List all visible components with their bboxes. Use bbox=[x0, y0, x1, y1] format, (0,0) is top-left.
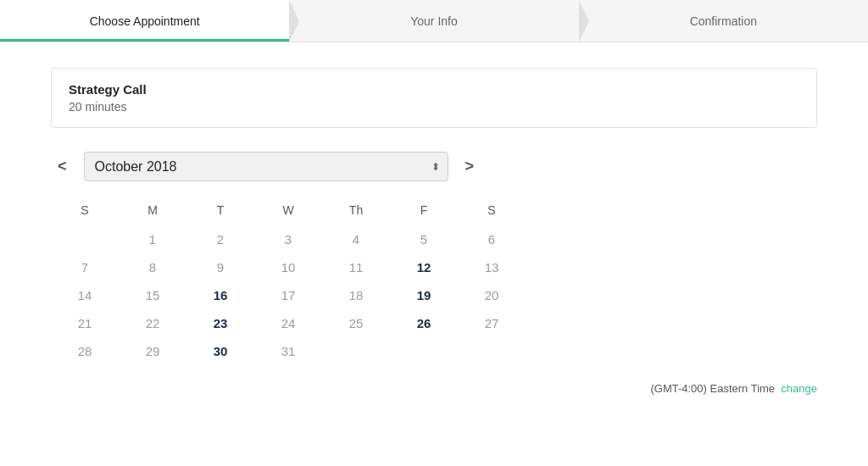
calendar-day: 18 bbox=[322, 281, 390, 309]
calendar-day: 2 bbox=[186, 225, 254, 253]
calendar-day: 29 bbox=[119, 337, 186, 365]
calendar-header-row: SMTWThFS bbox=[51, 198, 526, 225]
calendar-week-1: 78910111213 bbox=[51, 253, 526, 281]
calendar-day: 25 bbox=[322, 309, 390, 337]
calendar-day: 9 bbox=[186, 253, 254, 281]
day-header-s: S bbox=[51, 198, 119, 225]
calendar-day: 27 bbox=[458, 309, 526, 337]
calendar-day: 7 bbox=[51, 253, 119, 281]
month-select[interactable]: October 2018 November 2018 September 201… bbox=[84, 152, 448, 181]
calendar-day[interactable]: 23 bbox=[186, 309, 254, 337]
day-header-f: F bbox=[390, 198, 458, 225]
calendar-day: 8 bbox=[119, 253, 186, 281]
next-month-button[interactable]: > bbox=[459, 154, 481, 179]
day-header-w: W bbox=[254, 198, 322, 225]
calendar-day: 5 bbox=[390, 225, 458, 253]
calendar-day bbox=[51, 225, 119, 253]
timezone-label: (GMT-4:00) Eastern Time bbox=[650, 382, 775, 395]
day-header-t: T bbox=[186, 198, 254, 225]
calendar-day: 28 bbox=[51, 337, 119, 365]
calendar-week-0: 123456 bbox=[51, 225, 526, 253]
calendar-week-2: 14151617181920 bbox=[51, 281, 526, 309]
step-confirm-label: Confirmation bbox=[690, 14, 757, 28]
calendar-day: 24 bbox=[254, 309, 322, 337]
calendar-day: 31 bbox=[254, 337, 322, 365]
calendar-day: 14 bbox=[51, 281, 119, 309]
calendar-week-3: 21222324252627 bbox=[51, 309, 526, 337]
step-info[interactable]: Your Info bbox=[289, 0, 578, 42]
service-duration: 20 minutes bbox=[69, 100, 799, 114]
main-content: Strategy Call 20 minutes < October 2018 … bbox=[0, 42, 868, 420]
calendar-header: < October 2018 November 2018 September 2… bbox=[51, 152, 817, 181]
calendar-day: 4 bbox=[322, 225, 390, 253]
calendar-day[interactable]: 12 bbox=[390, 253, 458, 281]
day-header-th: Th bbox=[322, 198, 390, 225]
step-confirm[interactable]: Confirmation bbox=[579, 0, 868, 42]
calendar-day: 6 bbox=[458, 225, 526, 253]
calendar-day: 22 bbox=[119, 309, 186, 337]
day-header-s: S bbox=[458, 198, 526, 225]
calendar-day: 1 bbox=[119, 225, 186, 253]
step-info-label: Your Info bbox=[410, 14, 458, 28]
calendar-day: 11 bbox=[322, 253, 390, 281]
calendar-week-4: 28293031 bbox=[51, 337, 526, 365]
step-choose[interactable]: Choose Appointment bbox=[0, 0, 289, 42]
calendar-day[interactable]: 26 bbox=[390, 309, 458, 337]
service-card: Strategy Call 20 minutes bbox=[51, 68, 817, 128]
prev-month-button[interactable]: < bbox=[51, 154, 74, 179]
calendar-day: 10 bbox=[254, 253, 322, 281]
calendar-day bbox=[390, 337, 458, 365]
service-name: Strategy Call bbox=[69, 82, 799, 97]
step-choose-label: Choose Appointment bbox=[90, 14, 200, 28]
calendar-day: 15 bbox=[119, 281, 186, 309]
calendar-day[interactable]: 16 bbox=[186, 281, 254, 309]
calendar-day: 20 bbox=[458, 281, 526, 309]
calendar-day: 13 bbox=[458, 253, 526, 281]
calendar-day: 17 bbox=[254, 281, 322, 309]
calendar-day: 21 bbox=[51, 309, 119, 337]
timezone-footer: (GMT-4:00) Eastern Time change bbox=[51, 382, 817, 395]
calendar-day bbox=[458, 337, 526, 365]
stepper: Choose Appointment Your Info Confirmatio… bbox=[0, 0, 868, 42]
calendar-day bbox=[322, 337, 390, 365]
calendar-grid: SMTWThFS 1234567891011121314151617181920… bbox=[51, 198, 526, 365]
calendar-day[interactable]: 19 bbox=[390, 281, 458, 309]
calendar-day: 3 bbox=[254, 225, 322, 253]
timezone-change-link[interactable]: change bbox=[781, 382, 817, 395]
day-header-m: M bbox=[119, 198, 186, 225]
month-select-wrap: October 2018 November 2018 September 201… bbox=[84, 152, 448, 181]
calendar-day[interactable]: 30 bbox=[186, 337, 254, 365]
